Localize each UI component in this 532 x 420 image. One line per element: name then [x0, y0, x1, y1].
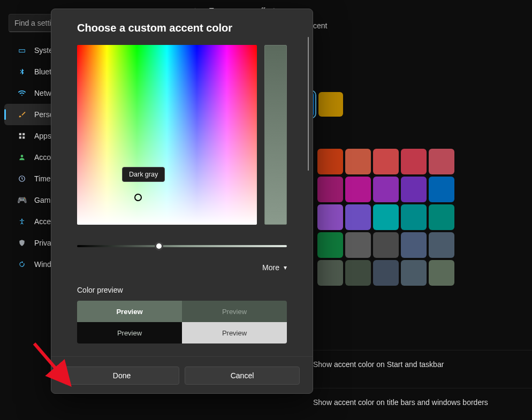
more-toggle[interactable]: More ▾ — [77, 263, 287, 272]
color-gradient[interactable]: Dark gray — [77, 45, 257, 225]
dialog-scrollbar[interactable] — [307, 37, 309, 343]
cancel-button[interactable]: Cancel — [185, 366, 300, 385]
color-picker-dialog: Choose a custom accent color Dark gray M… — [51, 9, 313, 394]
dialog-title: Choose a custom accent color — [77, 22, 287, 34]
value-preview-bar[interactable] — [264, 45, 287, 225]
color-tooltip: Dark gray — [122, 167, 165, 182]
preview-tile: Preview — [182, 301, 287, 322]
lightness-slider[interactable] — [77, 241, 287, 251]
preview-tile: Preview — [77, 322, 182, 343]
preview-tile: Preview — [77, 301, 182, 322]
gradient-selector[interactable] — [134, 194, 142, 201]
chevron-down-icon: ▾ — [284, 264, 287, 271]
preview-grid: Preview Preview Preview Preview — [77, 301, 287, 343]
dialog-overlay: Choose a custom accent color Dark gray M… — [0, 0, 532, 420]
preview-tile: Preview — [182, 322, 287, 343]
scrollbar-thumb[interactable] — [308, 37, 309, 171]
slider-track — [77, 245, 287, 247]
color-preview-label: Color preview — [77, 286, 287, 294]
done-button[interactable]: Done — [64, 366, 179, 385]
more-label: More — [262, 263, 279, 272]
slider-thumb[interactable] — [155, 242, 163, 250]
